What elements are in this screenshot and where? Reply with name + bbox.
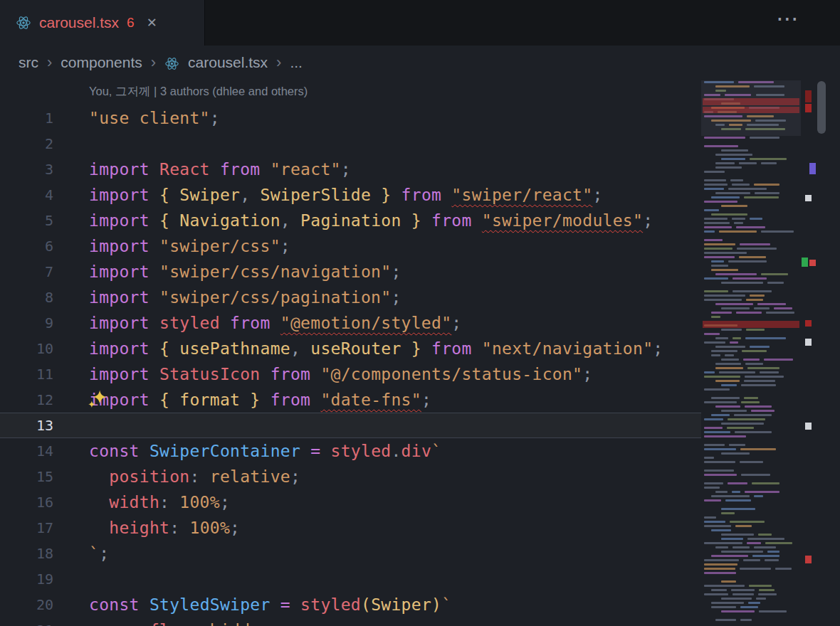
code-text: import styled from "@emotion/styled"; — [89, 310, 461, 336]
code-text: import { usePathname, useRouter } from "… — [89, 336, 663, 361]
line-number[interactable]: 8 — [0, 285, 53, 310]
minimap-error-row — [703, 321, 799, 328]
line-number[interactable]: 9 — [0, 310, 53, 336]
code-text: overflow: hidden; — [89, 617, 280, 626]
sparkle-icon[interactable] — [87, 388, 108, 413]
code-line[interactable]: 16 width: 100%; — [0, 489, 701, 515]
line-number[interactable]: 12 — [0, 387, 53, 413]
code-text: height: 100%; — [89, 515, 240, 541]
react-icon — [16, 15, 31, 31]
code-line[interactable]: 2 — [0, 131, 701, 156]
code-text: import "swiper/css/navigation"; — [89, 259, 401, 285]
line-number[interactable]: 4 — [0, 182, 53, 208]
code-line[interactable]: 15 position: relative; — [0, 464, 701, 489]
tab-carousel[interactable]: carousel.tsx 6 ✕ — [0, 0, 205, 46]
line-number[interactable]: 2 — [0, 131, 53, 156]
chevron-right-icon: › — [47, 53, 52, 72]
breadcrumb-symbol[interactable]: ... — [290, 54, 303, 71]
line-number[interactable]: 18 — [0, 541, 53, 566]
scrollbar-thumb[interactable] — [817, 81, 826, 134]
line-number[interactable]: 1 — [0, 105, 53, 131]
overview-mark — [805, 320, 812, 327]
scrollbar[interactable] — [816, 0, 827, 626]
line-number[interactable]: 11 — [0, 361, 53, 387]
chevron-right-icon: › — [151, 53, 156, 72]
code-line[interactable]: 9import styled from "@emotion/styled"; — [0, 310, 701, 336]
line-number[interactable]: 21 — [0, 617, 53, 626]
code-line[interactable]: 21 overflow: hidden; — [0, 617, 701, 626]
line-number[interactable]: 14 — [0, 438, 53, 464]
breadcrumb-file[interactable]: carousel.tsx — [188, 54, 268, 71]
code-text: `; — [89, 541, 109, 566]
overview-mark — [805, 195, 812, 201]
line-number[interactable]: 19 — [0, 566, 53, 592]
code-line[interactable]: 8import "swiper/css/pagination"; — [0, 285, 701, 310]
overview-mark — [809, 163, 816, 174]
tab-problem-count: 6 — [127, 15, 135, 31]
code-text: import "swiper/css"; — [89, 233, 290, 259]
line-number[interactable]: 6 — [0, 233, 53, 259]
code-text: const StyledSwiper = styled(Swiper)` — [89, 592, 451, 617]
code-text: position: relative; — [89, 464, 300, 489]
tab-title: carousel.tsx — [39, 14, 119, 31]
code-line[interactable]: 10import { usePathname, useRouter } from… — [0, 336, 701, 361]
code-line[interactable]: 5import { Navigation, Pagination } from … — [0, 208, 701, 233]
chevron-right-icon: › — [276, 53, 281, 72]
code-line[interactable]: 18`; — [0, 541, 701, 566]
code-line[interactable]: 17 height: 100%; — [0, 515, 701, 541]
minimap[interactable] — [701, 0, 801, 626]
line-number[interactable]: 20 — [0, 592, 53, 617]
breadcrumb-components[interactable]: components — [61, 54, 142, 71]
blame-annotation[interactable]: You, 그저께 | 3 authors (dhlee and others) — [89, 80, 308, 105]
code-text: import { Navigation, Pagination } from "… — [89, 208, 653, 233]
code-line[interactable]: 14const SwiperContainer = styled.div` — [0, 438, 701, 464]
editor-area[interactable]: 1"use client";23import React from "react… — [0, 105, 701, 626]
line-number[interactable]: 15 — [0, 464, 53, 489]
overview-mark — [805, 104, 812, 112]
overview-mark — [809, 260, 816, 266]
code-line[interactable]: 13 — [0, 413, 701, 438]
line-number[interactable]: 3 — [0, 156, 53, 182]
code-line[interactable]: 6import "swiper/css"; — [0, 233, 701, 259]
code-text: import "swiper/css/pagination"; — [89, 285, 401, 310]
code-text: import { Swiper, SwiperSlide } from "swi… — [89, 182, 603, 208]
overview-mark — [802, 258, 808, 267]
code-line[interactable]: 1"use client"; — [0, 105, 701, 131]
code-line[interactable]: 11import StatusIcon from "@/components/s… — [0, 361, 701, 387]
minimap-slider[interactable] — [701, 80, 801, 136]
code-text: import { format } from "date-fns"; — [89, 387, 431, 413]
code-line[interactable]: 7import "swiper/css/navigation"; — [0, 259, 701, 285]
line-number[interactable]: 13 — [0, 413, 53, 438]
line-number[interactable]: 7 — [0, 259, 53, 285]
code-text: import React from "react"; — [89, 156, 351, 182]
overview-mark — [805, 423, 812, 430]
overview-mark — [805, 90, 812, 102]
code-line[interactable]: 3import React from "react"; — [0, 156, 701, 182]
code-line[interactable]: 19 — [0, 566, 701, 592]
code-line[interactable]: 20const StyledSwiper = styled(Swiper)` — [0, 592, 701, 617]
line-number[interactable]: 10 — [0, 336, 53, 361]
code-text: width: 100%; — [89, 489, 230, 515]
overview-mark — [805, 339, 812, 346]
code-line[interactable]: 4import { Swiper, SwiperSlide } from "sw… — [0, 182, 701, 208]
line-number[interactable]: 16 — [0, 489, 53, 515]
overview-mark — [805, 556, 812, 563]
code-text: import StatusIcon from "@/components/sta… — [89, 361, 592, 387]
line-number[interactable]: 17 — [0, 515, 53, 541]
line-number[interactable]: 5 — [0, 208, 53, 233]
close-icon[interactable]: ✕ — [147, 15, 157, 31]
code-text: const SwiperContainer = styled.div` — [89, 438, 441, 464]
overview-ruler — [801, 0, 816, 626]
breadcrumb-src[interactable]: src — [19, 54, 38, 71]
code-text: "use client"; — [89, 105, 220, 131]
react-icon — [164, 56, 179, 71]
